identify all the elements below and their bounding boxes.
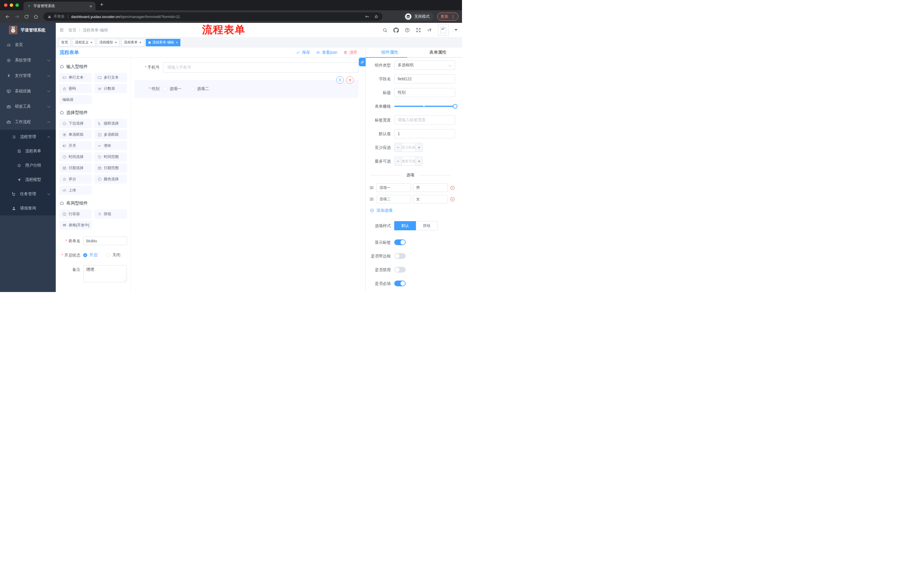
palette-component[interactable]: 单行文本: [59, 73, 92, 82]
palette-component[interactable]: 单选框组: [59, 130, 92, 139]
sidebar-submenu-item[interactable]: 用户分组: [0, 158, 56, 173]
palette-component[interactable]: 密码: [59, 84, 92, 93]
sidebar-menu-item[interactable]: 工作流程: [0, 114, 56, 130]
slider-handle[interactable]: [453, 104, 457, 109]
security-indicator[interactable]: 不安全: [48, 14, 64, 19]
delete-component-button[interactable]: [346, 76, 354, 84]
bookmark-star-icon[interactable]: [374, 14, 378, 19]
palette-component[interactable]: 表格[开发中]: [59, 220, 92, 230]
palette-component[interactable]: 开关: [59, 141, 92, 150]
browser-tab[interactable]: 芋道管理系统: [23, 2, 96, 10]
add-option-button[interactable]: 添加选项: [370, 208, 455, 213]
palette-component[interactable]: 多选框组: [94, 130, 127, 139]
close-window-button[interactable]: [4, 3, 7, 7]
option-value-input[interactable]: 女: [413, 195, 448, 204]
checkbox-option[interactable]: 选项一: [163, 86, 182, 91]
phone-input[interactable]: 请输入手机号: [163, 62, 358, 72]
view-json-button[interactable]: 查看json: [316, 50, 337, 55]
sidebar-menu-item[interactable]: 研发工具: [0, 99, 56, 114]
style-segment-button[interactable]: 默认: [394, 221, 416, 230]
forward-icon[interactable]: [14, 14, 20, 20]
plus-button[interactable]: [416, 157, 422, 165]
component-type-select[interactable]: 多选框组: [394, 61, 455, 70]
password-key-icon[interactable]: [365, 14, 370, 19]
tab-close-icon[interactable]: [89, 4, 92, 8]
sidebar-submenu-item[interactable]: 请假查询: [0, 201, 56, 216]
palette-component[interactable]: 滑块: [94, 141, 127, 150]
field-name-input[interactable]: field122: [394, 74, 455, 84]
new-tab-button[interactable]: [100, 2, 104, 8]
font-size-icon[interactable]: [427, 28, 432, 33]
palette-component[interactable]: 颜色选择: [94, 174, 127, 184]
breadcrumb-item[interactable]: 首页: [68, 28, 76, 32]
fullscreen-icon[interactable]: [416, 28, 421, 33]
tag-close-icon[interactable]: [90, 41, 92, 44]
palette-component[interactable]: 日期选择: [59, 163, 92, 173]
toggle-switch[interactable]: [394, 253, 406, 259]
tag-close-icon[interactable]: [139, 41, 142, 44]
canvas-field-gender-selected[interactable]: 性别 选项一 选项二: [134, 80, 358, 98]
toggle-switch[interactable]: [394, 281, 406, 286]
back-icon[interactable]: [5, 14, 10, 20]
sidebar-menu-item[interactable]: 基础设施: [0, 84, 56, 99]
reload-icon[interactable]: [24, 14, 29, 20]
sidebar-submenu-item[interactable]: 流程模型: [0, 173, 56, 187]
home-icon[interactable]: [33, 14, 39, 20]
plus-button[interactable]: [416, 143, 422, 152]
palette-component[interactable]: 上传: [59, 186, 92, 195]
zoom-window-button[interactable]: [15, 3, 19, 7]
label-width-input[interactable]: 请输入标签宽度: [394, 115, 455, 125]
link-handle[interactable]: [359, 58, 366, 66]
palette-component[interactable]: 级联选择: [94, 119, 127, 128]
github-icon[interactable]: [393, 28, 399, 33]
sidebar-menu-item[interactable]: 首页: [0, 37, 56, 53]
drag-handle-icon[interactable]: [369, 185, 374, 190]
sidebar-submenu-item[interactable]: 流程管理: [0, 130, 56, 144]
max-checked-stepper[interactable]: 最多可选: [394, 156, 423, 166]
toggle-switch[interactable]: [394, 267, 406, 273]
toggle-switch[interactable]: [394, 239, 406, 245]
sidebar-submenu-item[interactable]: 任务管理: [0, 187, 56, 201]
tag-tab[interactable]: 首页: [59, 39, 71, 46]
sidebar-submenu-item[interactable]: 流程表单: [0, 144, 56, 158]
palette-component[interactable]: 多行文本: [94, 73, 127, 82]
min-checked-stepper[interactable]: 至少应选: [394, 143, 423, 152]
avatar[interactable]: [438, 24, 449, 36]
minimize-window-button[interactable]: [10, 3, 13, 7]
option-label-input[interactable]: 选项二: [376, 195, 411, 204]
palette-component[interactable]: 编辑器: [59, 95, 92, 104]
avatar-caret-icon[interactable]: [455, 29, 457, 31]
window-controls[interactable]: [4, 3, 19, 7]
app-logo[interactable]: 芋道管理系统: [0, 23, 56, 37]
tag-tab[interactable]: 流程模型: [97, 39, 120, 46]
grid-slider[interactable]: [394, 102, 455, 111]
properties-tab[interactable]: 表单属性: [414, 48, 462, 57]
tag-tab[interactable]: 流程表单-编辑: [146, 39, 181, 46]
tag-close-icon[interactable]: [176, 41, 178, 44]
remove-option-icon[interactable]: [450, 185, 455, 191]
update-button[interactable]: 更新: [437, 13, 459, 21]
status-radio[interactable]: 开启: [83, 253, 97, 258]
clear-button[interactable]: 清空: [343, 50, 357, 55]
copy-component-button[interactable]: [336, 76, 344, 84]
form-name-input[interactable]: biubiu: [83, 237, 127, 245]
palette-component[interactable]: 评分: [59, 174, 92, 184]
remove-option-icon[interactable]: [450, 197, 455, 202]
canvas-field-phone[interactable]: 手机号 请输入手机号: [134, 62, 358, 72]
palette-component[interactable]: 行容器: [59, 209, 92, 219]
tag-tab[interactable]: 流程定义: [72, 39, 95, 46]
sidebar-menu-item[interactable]: 支付管理: [0, 68, 56, 84]
remark-textarea[interactable]: 嘿嘿: [83, 265, 127, 282]
palette-component[interactable]: 下拉选择: [59, 119, 92, 128]
properties-tab[interactable]: 组件属性: [366, 48, 414, 57]
palette-component[interactable]: 时间选择: [59, 152, 92, 161]
palette-component[interactable]: 日期范围: [94, 163, 127, 173]
tag-tab[interactable]: 流程表单: [121, 39, 144, 46]
drag-handle-icon[interactable]: [369, 197, 374, 202]
address-bar[interactable]: 不安全 dashboard.yudao.iocoder.cn /bpm/mana…: [43, 12, 383, 21]
checkbox-option[interactable]: 选项二: [190, 86, 209, 91]
tag-close-icon[interactable]: [115, 41, 117, 44]
minus-button[interactable]: [394, 143, 402, 152]
style-segment-button[interactable]: 按钮: [416, 221, 438, 230]
sidebar-menu-item[interactable]: 系统管理: [0, 53, 56, 68]
